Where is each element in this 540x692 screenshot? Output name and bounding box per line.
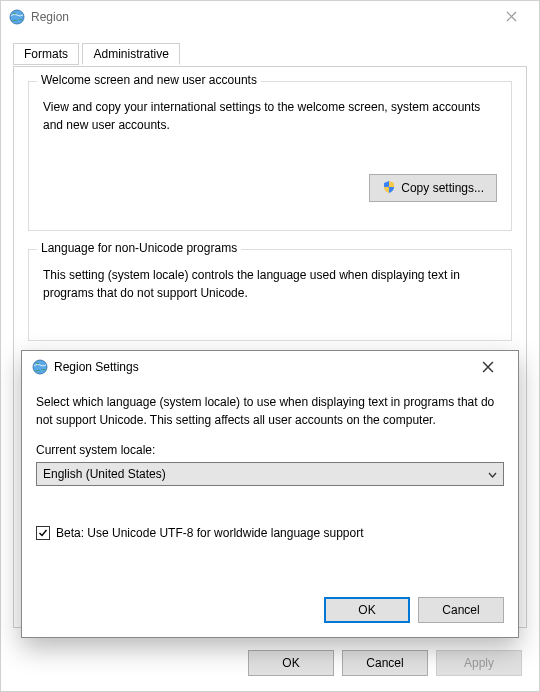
dialog-body: Select which language (system locale) to…	[22, 383, 518, 550]
close-icon[interactable]	[491, 9, 531, 25]
tab-strip: Formats Administrative	[13, 43, 527, 67]
locale-label: Current system locale:	[36, 443, 504, 457]
dialog-title: Region Settings	[54, 360, 468, 374]
group-welcome-text: View and copy your international setting…	[43, 98, 497, 134]
utf8-checkbox-label: Beta: Use Unicode UTF-8 for worldwide la…	[56, 526, 364, 540]
cancel-button[interactable]: Cancel	[342, 650, 428, 676]
dialog-titlebar: Region Settings	[22, 351, 518, 383]
group-welcome: Welcome screen and new user accounts Vie…	[28, 81, 512, 231]
group-non-unicode: Language for non-Unicode programs This s…	[28, 249, 512, 341]
shield-icon	[382, 180, 396, 197]
svg-point-1	[33, 360, 47, 374]
ok-button[interactable]: OK	[248, 650, 334, 676]
globe-icon	[9, 9, 25, 25]
group-non-unicode-text: This setting (system locale) controls th…	[43, 266, 497, 302]
utf8-checkbox[interactable]	[36, 526, 50, 540]
dialog-ok-button[interactable]: OK	[324, 597, 410, 623]
tab-formats[interactable]: Formats	[13, 43, 79, 65]
tab-administrative[interactable]: Administrative	[82, 43, 179, 65]
group-welcome-title: Welcome screen and new user accounts	[37, 73, 261, 87]
dialog-button-row: OK Cancel	[324, 597, 504, 623]
svg-point-0	[10, 10, 24, 24]
dialog-cancel-button[interactable]: Cancel	[418, 597, 504, 623]
locale-value: English (United States)	[43, 467, 166, 481]
dialog-text: Select which language (system locale) to…	[36, 393, 504, 429]
region-settings-dialog: Region Settings Select which language (s…	[21, 350, 519, 638]
globe-icon	[32, 359, 48, 375]
dialog-close-icon[interactable]	[468, 359, 508, 376]
apply-button[interactable]: Apply	[436, 650, 522, 676]
group-non-unicode-title: Language for non-Unicode programs	[37, 241, 241, 255]
locale-dropdown[interactable]: English (United States)	[36, 462, 504, 486]
chevron-down-icon	[488, 469, 497, 480]
utf8-checkbox-row: Beta: Use Unicode UTF-8 for worldwide la…	[36, 526, 504, 540]
dialog-button-row: OK Cancel Apply	[248, 650, 522, 676]
copy-settings-label: Copy settings...	[401, 181, 484, 195]
window-title: Region	[31, 10, 491, 24]
copy-settings-button[interactable]: Copy settings...	[369, 174, 497, 202]
titlebar: Region	[1, 1, 539, 33]
